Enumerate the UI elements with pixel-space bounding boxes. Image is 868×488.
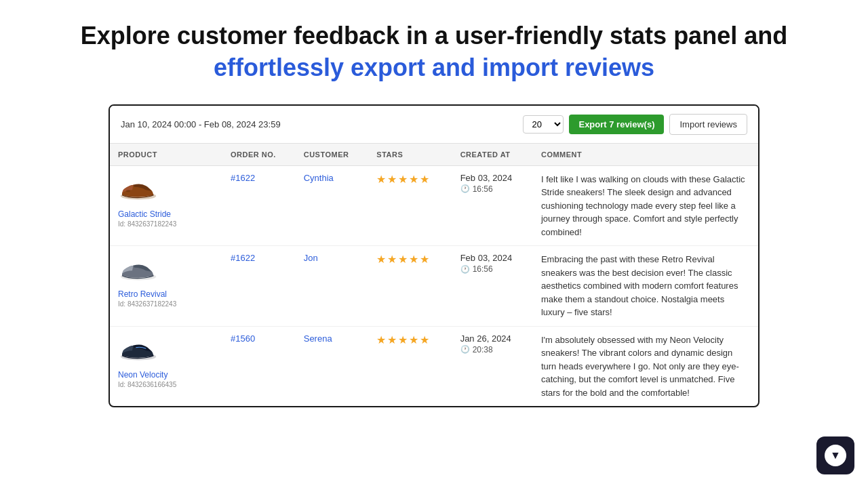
time-line: 🕐 16:56 [460, 264, 525, 274]
date-cell: Jan 26, 2024 🕐 20:38 [452, 326, 533, 406]
order-cell[interactable]: #1622 [222, 246, 296, 327]
product-cell: Retro Revival Id: 8432637182243 [110, 246, 222, 327]
order-cell[interactable]: #1622 [222, 165, 296, 246]
time-value: 16:56 [473, 264, 493, 274]
order-link[interactable]: #1622 [231, 173, 255, 183]
customer-cell[interactable]: Serena [296, 326, 369, 406]
date-time: Jan 26, 2024 🕐 20:38 [460, 333, 525, 354]
col-product: PRODUCT [110, 144, 222, 166]
product-id: Id: 8432636166435 [118, 381, 214, 388]
customer-link[interactable]: Serena [304, 333, 332, 344]
table-row: Neon Velocity Id: 8432636166435 #1560 Se… [110, 326, 758, 406]
page-wrapper: Explore customer feedback in a user-frie… [0, 0, 868, 488]
time-value: 20:38 [473, 345, 493, 354]
table-header-row: PRODUCT ORDER NO. CUSTOMER STARS CREATED… [110, 144, 758, 166]
product-name: Galactic Stride [118, 209, 214, 219]
heading-line1: Explore customer feedback in a user-frie… [81, 22, 787, 49]
heading-line2: effortlessly export and import reviews [214, 54, 654, 81]
clock-icon: 🕐 [460, 265, 470, 274]
col-customer: CUSTOMER [296, 144, 369, 166]
stars-cell: ★★★★★ [368, 326, 452, 406]
time-line: 🕐 16:56 [460, 184, 525, 194]
product-cell: Neon Velocity Id: 8432636166435 [110, 326, 222, 406]
brand-logo: ▼ [816, 436, 854, 474]
table-row: Retro Revival Id: 8432637182243 #1622 Jo… [110, 246, 758, 327]
table-row: Galactic Stride Id: 8432637182243 #1622 … [110, 165, 758, 246]
order-cell[interactable]: #1560 [222, 326, 296, 406]
comment-cell: I felt like I was walking on clouds with… [533, 165, 758, 246]
svg-point-1 [126, 190, 130, 192]
product-name: Retro Revival [118, 289, 214, 299]
order-link[interactable]: #1560 [231, 333, 255, 344]
product-image [118, 333, 159, 367]
per-page-select[interactable]: 20 50 100 [523, 115, 564, 134]
star-rating: ★★★★★ [376, 174, 431, 185]
reviews-panel: Jan 10, 2024 00:00 - Feb 08, 2024 23:59 … [108, 104, 760, 408]
date-line: Feb 03, 2024 [460, 173, 525, 183]
date-line: Jan 26, 2024 [460, 333, 525, 344]
clock-icon: 🕐 [460, 184, 470, 193]
page-heading: Explore customer feedback in a user-frie… [81, 20, 787, 84]
col-comment: COMMENT [533, 144, 758, 166]
date-cell: Feb 03, 2024 🕐 16:56 [452, 246, 533, 327]
date-cell: Feb 03, 2024 🕐 16:56 [452, 165, 533, 246]
product-id: Id: 8432637182243 [118, 300, 214, 308]
star-rating: ★★★★★ [376, 253, 431, 265]
time-line: 🕐 20:38 [460, 345, 525, 354]
customer-cell[interactable]: Cynthia [296, 165, 369, 246]
import-button[interactable]: Import reviews [669, 114, 747, 135]
customer-link[interactable]: Cynthia [304, 173, 334, 183]
comment-cell: I'm absolutely obsessed with my Neon Vel… [533, 326, 758, 406]
reviews-table: PRODUCT ORDER NO. CUSTOMER STARS CREATED… [110, 144, 758, 407]
date-range: Jan 10, 2024 00:00 - Feb 08, 2024 23:59 [121, 119, 281, 129]
product-name: Neon Velocity [118, 370, 214, 380]
col-stars: STARS [368, 144, 452, 166]
clock-icon: 🕐 [460, 345, 470, 354]
product-image [118, 253, 159, 287]
date-time: Feb 03, 2024 🕐 16:56 [460, 173, 525, 194]
stars-cell: ★★★★★ [368, 165, 452, 246]
product-cell: Galactic Stride Id: 8432637182243 [110, 165, 222, 246]
heading-title: Explore customer feedback in a user-frie… [81, 20, 787, 84]
product-image [118, 173, 159, 207]
stars-cell: ★★★★★ [368, 246, 452, 327]
comment-cell: Embracing the past with these Retro Revi… [533, 246, 758, 327]
export-button[interactable]: Export 7 review(s) [569, 115, 664, 134]
time-value: 16:56 [473, 184, 493, 194]
customer-link[interactable]: Jon [304, 253, 318, 263]
customer-cell[interactable]: Jon [296, 246, 369, 327]
col-order: ORDER NO. [222, 144, 296, 166]
date-time: Feb 03, 2024 🕐 16:56 [460, 253, 525, 274]
product-id: Id: 8432637182243 [118, 220, 214, 228]
date-line: Feb 03, 2024 [460, 253, 525, 263]
panel-header: Jan 10, 2024 00:00 - Feb 08, 2024 23:59 … [110, 106, 758, 144]
header-controls: 20 50 100 Export 7 review(s) Import revi… [523, 114, 747, 135]
col-created: CREATED AT [452, 144, 533, 166]
star-rating: ★★★★★ [376, 334, 431, 346]
order-link[interactable]: #1622 [231, 253, 255, 263]
logo-mark: ▼ [825, 445, 846, 466]
